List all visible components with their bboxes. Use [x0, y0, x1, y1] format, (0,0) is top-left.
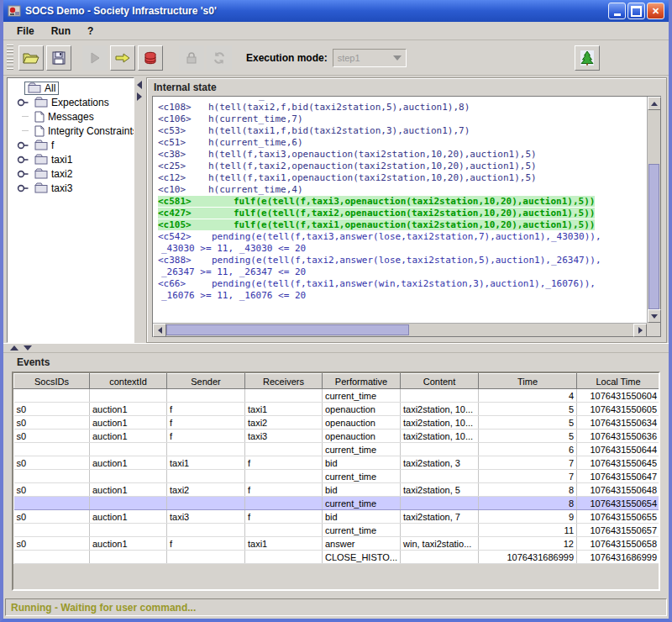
event-cell[interactable]: s0	[14, 403, 90, 416]
execution-mode-select[interactable]: step1	[333, 49, 407, 67]
column-header-time[interactable]: Time	[479, 374, 577, 389]
horizontal-scroll-track[interactable]	[166, 324, 633, 336]
horizontal-scrollbar[interactable]	[153, 323, 647, 336]
event-row[interactable]: CLOSE_HISTO...10764316869991076431686999	[14, 551, 660, 564]
event-cell[interactable]: current_time	[323, 524, 401, 537]
event-cell[interactable]: bid	[323, 483, 401, 497]
tree-node[interactable]: Messages	[31, 110, 97, 124]
event-cell[interactable]: taxi2station, 10...	[401, 416, 479, 430]
tree-item-expectations[interactable]: Expectations	[8, 95, 134, 109]
event-cell[interactable]: 1076431686999	[577, 551, 660, 564]
event-cell[interactable]: 5	[479, 416, 577, 430]
event-cell[interactable]: taxi1	[167, 456, 245, 470]
event-cell[interactable]: 1076431550658	[577, 537, 660, 551]
event-row[interactable]: s0auction1taxi2fbidtaxi2station, 5810764…	[14, 483, 660, 497]
tree-item-f[interactable]: f	[8, 138, 134, 152]
event-row[interactable]: s0auction1taxi1fbidtaxi2station, 3710764…	[14, 456, 660, 470]
tree-node[interactable]: Integrity Constraints	[31, 124, 134, 138]
event-cell[interactable]: 11	[479, 524, 577, 537]
expand-down-icon[interactable]	[24, 345, 32, 351]
event-cell[interactable]	[245, 389, 323, 403]
event-row[interactable]: s0auction1taxi3fbidtaxi2station, 7910764…	[14, 510, 660, 524]
event-cell[interactable]: taxi2station, 7	[401, 510, 479, 524]
event-cell[interactable]	[167, 470, 245, 483]
event-cell[interactable]: taxi2station, 3	[401, 456, 479, 470]
step-button[interactable]	[110, 45, 135, 71]
event-cell[interactable]: 1076431550648	[577, 483, 660, 497]
tree-item-all[interactable]: All	[8, 81, 134, 95]
event-cell[interactable]	[245, 470, 323, 483]
event-cell[interactable]: taxi2station, 10...	[401, 403, 479, 416]
scroll-up-button[interactable]	[648, 97, 661, 110]
event-cell[interactable]: 8	[479, 483, 577, 497]
event-cell[interactable]: current_time	[323, 443, 401, 456]
event-cell[interactable]: CLOSE_HISTO...	[323, 551, 401, 564]
scroll-right-button[interactable]	[633, 324, 647, 337]
event-cell[interactable]: 4	[479, 389, 577, 403]
event-cell[interactable]: f	[167, 416, 245, 430]
event-cell[interactable]: auction1	[90, 483, 167, 497]
tree-node[interactable]: taxi3	[31, 182, 76, 195]
event-cell[interactable]: taxi1	[245, 403, 323, 416]
tree-item-taxi2[interactable]: taxi2	[8, 166, 134, 181]
column-header-socsids[interactable]: SocsIDs	[14, 374, 90, 389]
event-cell[interactable]	[245, 551, 323, 564]
collapse-up-icon[interactable]	[10, 345, 18, 351]
horizontal-scroll-thumb[interactable]	[166, 324, 409, 335]
event-row[interactable]: current_time111076431550657	[14, 524, 660, 537]
vertical-split-divider[interactable]	[134, 77, 144, 343]
event-cell[interactable]: 7	[479, 470, 577, 483]
event-cell[interactable]: answer	[323, 537, 401, 551]
event-cell[interactable]: 1076431550604	[577, 389, 660, 403]
tree-node[interactable]: taxi1	[31, 153, 76, 166]
event-cell[interactable]	[167, 551, 245, 564]
event-cell[interactable]: f	[245, 483, 323, 497]
event-cell[interactable]: f	[245, 456, 323, 470]
event-cell[interactable]	[245, 497, 323, 510]
event-cell[interactable]: taxi2station, 10...	[401, 430, 479, 443]
menu-[interactable]: ?	[81, 24, 100, 39]
event-cell[interactable]: 5	[479, 430, 577, 443]
scroll-down-button[interactable]	[648, 309, 661, 323]
event-cell[interactable]	[401, 524, 479, 537]
event-cell[interactable]: taxi3	[245, 430, 323, 443]
vertical-scroll-track[interactable]	[648, 110, 660, 309]
tree-item-taxi1[interactable]: taxi1	[8, 152, 134, 166]
tree-expand-handle-icon[interactable]	[17, 141, 31, 150]
column-header-local-time[interactable]: Local Time	[577, 374, 660, 389]
event-cell[interactable]: current_time	[323, 470, 401, 483]
event-cell[interactable]: auction1	[90, 403, 167, 416]
tree-expand-handle-icon[interactable]	[17, 184, 31, 192]
event-cell[interactable]	[14, 497, 90, 510]
stop-button[interactable]	[138, 45, 163, 71]
event-cell[interactable]	[90, 497, 167, 510]
minimize-button[interactable]	[608, 3, 626, 19]
event-cell[interactable]: 1076431550636	[577, 430, 660, 443]
event-cell[interactable]: bid	[323, 456, 401, 470]
close-button[interactable]: ✕	[647, 3, 664, 19]
event-cell[interactable]	[90, 524, 167, 537]
event-cell[interactable]	[14, 389, 90, 403]
vertical-scroll-thumb[interactable]	[648, 164, 659, 309]
event-cell[interactable]	[90, 470, 167, 483]
event-cell[interactable]	[14, 470, 90, 483]
event-cell[interactable]: auction1	[90, 416, 167, 430]
event-cell[interactable]: f	[167, 430, 245, 443]
tree-node[interactable]: f	[31, 139, 57, 152]
event-row[interactable]: current_time71076431550647	[14, 470, 660, 483]
society-button[interactable]	[575, 45, 600, 71]
event-cell[interactable]	[401, 497, 479, 510]
column-header-content[interactable]: Content	[401, 374, 479, 389]
event-cell[interactable]	[401, 551, 479, 564]
event-cell[interactable]: 8	[479, 497, 577, 510]
vertical-scrollbar[interactable]	[647, 97, 660, 323]
event-cell[interactable]: taxi1	[245, 537, 323, 551]
event-row[interactable]: current_time61076431550644	[14, 443, 660, 456]
event-row[interactable]: s0auction1ftaxi3openauctiontaxi2station,…	[14, 430, 660, 443]
event-cell[interactable]	[167, 524, 245, 537]
internal-state-text[interactable]: _ <c108>h(tell(taxi2,f,bid(taxi2station,…	[153, 97, 647, 323]
event-cell[interactable]: win, taxi2statio...	[401, 537, 479, 551]
event-cell[interactable]: openauction	[323, 430, 401, 443]
tree-node[interactable]: taxi2	[31, 167, 76, 181]
event-cell[interactable]: 1076431550605	[577, 403, 660, 416]
